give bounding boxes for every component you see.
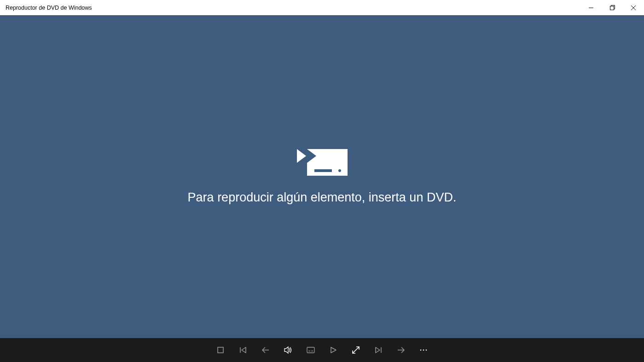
svg-point-20 bbox=[420, 350, 422, 351]
volume-icon bbox=[284, 346, 292, 354]
fullscreen-icon bbox=[352, 346, 360, 354]
minimize-icon bbox=[589, 6, 593, 10]
dvd-drive-icon bbox=[297, 149, 348, 176]
subtitles-button[interactable] bbox=[306, 345, 315, 355]
svg-marker-9 bbox=[242, 347, 246, 353]
play-icon bbox=[330, 347, 337, 353]
close-button[interactable] bbox=[623, 0, 644, 15]
more-button[interactable] bbox=[419, 345, 428, 355]
previous-icon bbox=[240, 347, 246, 353]
svg-marker-17 bbox=[376, 347, 380, 353]
back-button[interactable] bbox=[261, 345, 270, 355]
stop-icon bbox=[217, 347, 224, 353]
next-icon bbox=[375, 347, 382, 353]
svg-point-21 bbox=[423, 350, 424, 351]
svg-rect-7 bbox=[218, 347, 223, 353]
next-button[interactable] bbox=[374, 345, 383, 355]
window-title: Reproductor de DVD de Windows bbox=[6, 5, 92, 11]
svg-marker-15 bbox=[331, 347, 336, 353]
svg-marker-4 bbox=[297, 149, 306, 163]
maximize-icon bbox=[610, 5, 615, 10]
svg-point-22 bbox=[426, 350, 427, 351]
svg-rect-5 bbox=[314, 169, 332, 172]
play-button[interactable] bbox=[329, 345, 338, 355]
stop-button[interactable] bbox=[216, 345, 225, 355]
forward-button[interactable] bbox=[396, 345, 406, 355]
main-content: Para reproducir algún elemento, inserta … bbox=[0, 15, 644, 338]
minimize-button[interactable] bbox=[580, 0, 602, 15]
svg-line-16 bbox=[353, 347, 359, 353]
insert-dvd-message: Para reproducir algún elemento, inserta … bbox=[188, 190, 457, 205]
svg-point-6 bbox=[338, 169, 341, 172]
window-controls bbox=[580, 0, 644, 15]
maximize-button[interactable] bbox=[602, 0, 623, 15]
svg-marker-11 bbox=[284, 347, 288, 353]
more-icon bbox=[420, 349, 427, 351]
back-arrow-icon bbox=[262, 347, 269, 353]
svg-rect-12 bbox=[307, 347, 314, 353]
previous-button[interactable] bbox=[238, 345, 248, 355]
svg-rect-1 bbox=[610, 6, 614, 10]
titlebar: Reproductor de DVD de Windows bbox=[0, 0, 644, 15]
fullscreen-button[interactable] bbox=[351, 345, 360, 355]
forward-arrow-icon bbox=[397, 347, 405, 353]
playback-controls bbox=[0, 338, 644, 362]
subtitles-icon bbox=[307, 347, 315, 353]
close-icon bbox=[631, 6, 636, 10]
volume-button[interactable] bbox=[284, 345, 293, 355]
